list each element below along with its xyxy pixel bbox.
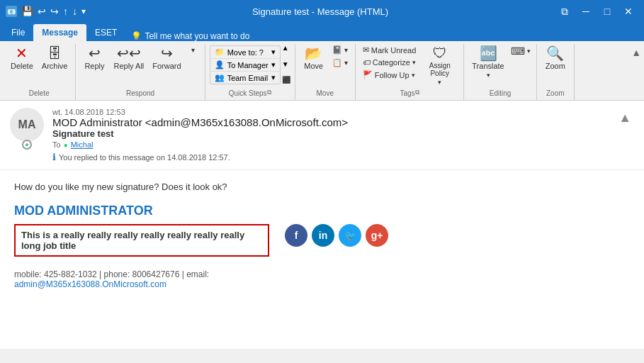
quick-steps-list: 📁 Move to: ? ▾ 👤 To Manager ▾ 👥 Team Ema… [210,45,281,84]
maximize-button[interactable]: □ [597,1,617,21]
qs-manager-dropdown-icon[interactable]: ▾ [271,60,276,69]
translate-button[interactable]: 🔤 Translate ▾ [468,44,507,81]
qs-expand-button[interactable]: ⬛ [282,76,290,84]
online-indicator: ● [22,140,32,150]
policy-dropdown-icon[interactable]: ▾ [438,79,441,86]
qs-item-manager[interactable]: 👤 To Manager ▾ [210,59,280,72]
quick-steps-expand-icon[interactable]: ⧉ [267,89,271,96]
onenote-button[interactable]: 📓 ▾ [329,44,351,56]
gplus-icon[interactable]: g+ [366,224,388,247]
categorize-dropdown-icon[interactable]: ▾ [412,59,416,66]
email-to-row: To ● Michal [52,140,607,149]
ribbon-group-delete: ✕ Delete 🗄 Archive Delete [3,44,76,100]
archive-button[interactable]: 🗄 Archive [38,44,72,72]
tags-group-label: Tags [400,89,414,97]
tags-col-left: ✉ Mark Unread 🏷 Categorize ▾ 🚩 Follow Up… [360,44,419,81]
delete-button[interactable]: ✕ Delete [7,44,37,72]
redo-icon[interactable]: ↪ [50,6,59,17]
sig-name: MOD ADMINISTRATOR [14,203,630,218]
move-button[interactable]: 📂 Move [300,44,328,72]
policy-icon: 🛡 [433,46,447,60]
move-icon: 📂 [305,46,322,60]
sig-contact: mobile: 425-882-1032 | phone: 8006427676… [14,269,630,289]
content-wrapper: MA ● wt. 14.08.2018 12:53 MOD Administra… [0,101,644,349]
avatar-wrap: MA ● [10,108,44,162]
email-label: email: [186,269,209,279]
more-respond-button[interactable]: ▾ [186,44,200,56]
window-title: Signature test - Message (HTML) [86,6,555,17]
up-icon[interactable]: ↑ [63,6,68,17]
follow-up-button[interactable]: 🚩 Follow Up ▾ [360,69,419,81]
qs-down-button[interactable]: ▼ [282,60,290,68]
qs-item-team[interactable]: 👥 Team Email ▾ [210,72,280,84]
lightbulb-icon: 💡 [131,31,142,41]
email-body-text: How do you like my new signature? Does i… [14,182,630,192]
mobile-text: mobile: 425-882-1032 [14,269,97,279]
tab-file[interactable]: File [3,24,33,41]
title-bar: 📧 💾 ↩ ↪ ↑ ↓ ▾ Signature test - Message (… [0,0,644,23]
ime-button[interactable]: ⌨ ▾ [509,44,532,58]
expand-respond-icon: ▾ [191,46,195,54]
ribbon: ✕ Delete 🗄 Archive Delete ↩ Reply ↩↩ Rep… [0,41,644,101]
follow-up-dropdown-icon[interactable]: ▾ [412,72,415,79]
email-from: MOD Administrator <admin@M365x163088.OnM… [52,116,607,128]
ribbon-tabs: File Message ESET 💡 Tell me what you wan… [0,23,644,41]
facebook-icon[interactable]: f [285,224,307,247]
categorize-button[interactable]: 🏷 Categorize ▾ [360,57,419,68]
onenote-icon: 📓 [332,45,342,55]
delete-label-row: Delete [7,88,71,97]
qs-dropdown-icon[interactable]: ▾ [271,48,276,57]
tags-expand-icon[interactable]: ⧉ [415,89,419,96]
quick-steps-label-row: Quick Steps ⧉ [210,88,290,97]
assign-policy-button[interactable]: 🛡 AssignPolicy ▾ [420,44,459,88]
forward-icon: ↪ [161,46,173,60]
delete-group-content: ✕ Delete 🗄 Archive [7,44,71,88]
reply-button[interactable]: ↩ Reply [80,44,108,72]
tab-message[interactable]: Message [33,24,86,41]
replied-notice: ℹ You replied to this message on 14.08.2… [52,152,607,162]
qs-team-dropdown-icon[interactable]: ▾ [271,73,276,82]
twitter-icon[interactable]: 🐦 [339,224,361,247]
collapse-icon[interactable]: ▲ [631,47,641,58]
move-group-content: 📂 Move 📓 ▾ 📋 ▾ [300,44,351,88]
ribbon-group-tags: ✉ Mark Unread 🏷 Categorize ▾ 🚩 Follow Up… [356,44,465,100]
mark-unread-button[interactable]: ✉ Mark Unread [360,44,419,56]
move-group-label: Move [316,89,333,97]
save-icon[interactable]: 💾 [21,6,33,17]
categorize-icon: 🏷 [363,58,371,67]
linkedin-icon[interactable]: in [312,224,334,247]
ribbon-collapse-button[interactable]: ▲ [631,44,641,100]
editing-label-row: Editing [468,88,531,97]
rules-button[interactable]: 📋 ▾ [329,57,351,69]
down-icon[interactable]: ↓ [72,6,77,17]
editing-group-content: 🔤 Translate ▾ ⌨ ▾ [468,44,531,88]
tags-group-content: ✉ Mark Unread 🏷 Categorize ▾ 🚩 Follow Up… [360,44,460,88]
tags-label-row: Tags ⧉ [360,88,460,97]
delete-icon: ✕ [16,46,28,60]
undo-icon[interactable]: ↩ [38,6,46,17]
tab-eset[interactable]: ESET [86,24,125,41]
sig-email-link[interactable]: admin@M365x163088.OnMicrosoft.com [14,279,166,289]
app-icon: 📧 [6,6,17,17]
zoom-icon: 🔍 [546,46,564,60]
ribbon-group-respond: ↩ Reply ↩↩ Reply All ↪ Forward ▾ Respond [76,44,205,100]
tab-tell[interactable]: 💡 Tell me what you want to do [131,31,249,41]
reply-all-button[interactable]: ↩↩ Reply All [110,44,147,72]
info-icon: ℹ [52,152,56,162]
restore-button[interactable]: ⧉ [555,1,575,21]
ribbon-group-quick-steps: 📁 Move to: ? ▾ 👤 To Manager ▾ 👥 Team Ema… [205,44,295,100]
zoom-button[interactable]: 🔍 Zoom [541,44,570,72]
ribbon-spacer [575,44,631,100]
manager-icon: 👤 [215,60,225,69]
minimize-button[interactable]: ─ [576,1,596,21]
delete-group-label: Delete [29,89,50,97]
ribbon-group-editing: 🔤 Translate ▾ ⌨ ▾ Editing [464,44,536,100]
qs-item-move[interactable]: 📁 Move to: ? ▾ [210,46,280,59]
header-expand-button[interactable]: ▲ [616,108,634,162]
move-label-row: Move [300,88,351,97]
zoom-group-content: 🔍 Zoom [541,44,570,88]
translate-dropdown-icon[interactable]: ▾ [487,72,490,79]
close-button[interactable]: ✕ [618,1,638,21]
forward-button[interactable]: ↪ Forward [149,44,184,72]
qs-up-button[interactable]: ▲ [282,44,290,52]
